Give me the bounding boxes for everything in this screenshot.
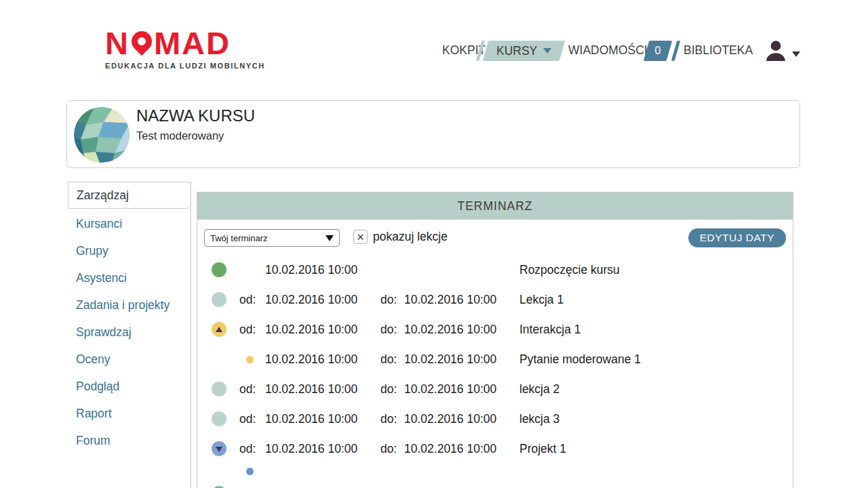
cell-date-from: 10.02.2016 10:00 bbox=[265, 382, 380, 396]
sidebar-item-sprawdzaj[interactable]: Sprawdzaj bbox=[68, 319, 190, 346]
lesson-icon bbox=[212, 411, 226, 426]
badge-slash-decoration bbox=[671, 41, 681, 61]
cell-label: Interakcja 1 bbox=[519, 323, 793, 337]
cell-date-from: 10.02.2016 10:00 bbox=[265, 293, 380, 307]
sidebar-divider bbox=[191, 182, 191, 488]
map-pin-icon bbox=[127, 26, 156, 55]
sidebar-item-podgląd[interactable]: Podgląd bbox=[68, 373, 190, 400]
show-lessons-checkbox[interactable]: × bbox=[353, 230, 368, 244]
cell-date-to: 10.02.2016 10:00 bbox=[404, 352, 519, 367]
logo-letters-mad: MAD bbox=[154, 27, 231, 59]
cell-label: lekcja 2 bbox=[519, 382, 793, 396]
cell-date-to: 10.02.2016 10:00 bbox=[404, 442, 519, 456]
cell-label: lekcja 3 bbox=[519, 412, 793, 426]
logo-tagline: EDUKACJA DLA LUDZI MOBILNYCH bbox=[105, 62, 265, 70]
course-title: NAZWA KURSU bbox=[136, 106, 255, 125]
cell-label: Lekcja 1 bbox=[519, 293, 793, 307]
sidebar-item-grupy[interactable]: Grupy bbox=[68, 237, 190, 264]
app-window: N MAD EDUKACJA DLA LUDZI MOBILNYCH KOKPI… bbox=[0, 0, 868, 488]
schedule-row: od:10.02.2016 10:00do:10.02.2016 10:00le… bbox=[197, 374, 793, 404]
sidebar-item-kursanci[interactable]: Kursanci bbox=[68, 210, 190, 237]
cell-od: od: bbox=[239, 323, 265, 337]
triangle-up-icon bbox=[216, 327, 222, 332]
schedule-row: od:10.02.2016 10:00do:10.02.2016 10:00Gr… bbox=[197, 479, 793, 488]
messages-count-badge[interactable]: 0 bbox=[644, 41, 673, 61]
cell-date-from: 10.02.2016 10:00 bbox=[265, 412, 380, 426]
cell-date-to: 10.02.2016 10:00 bbox=[404, 412, 519, 426]
messages-count: 0 bbox=[655, 45, 661, 57]
lesson-icon bbox=[212, 382, 226, 396]
cell-do: do: bbox=[380, 293, 404, 307]
cell-label: Pytanie moderowane 1 bbox=[519, 352, 793, 367]
schedule-row: od:10.02.2016 10:00do:10.02.2016 10:00Pr… bbox=[197, 434, 793, 464]
nav-kursy-label: KURSY bbox=[496, 44, 537, 58]
cell-od: od: bbox=[239, 442, 265, 456]
panel-title: TERMINARZ bbox=[197, 192, 793, 220]
user-account-icon[interactable] bbox=[762, 37, 789, 65]
interaction-icon[interactable] bbox=[212, 322, 226, 337]
project-icon[interactable] bbox=[212, 441, 226, 456]
cell-od: od: bbox=[239, 412, 265, 426]
cell-date-from: 10.02.2016 10:00 bbox=[265, 352, 380, 367]
terminarz-panel: TERMINARZ Twój terminarz × pokazuj lekcj… bbox=[197, 192, 793, 488]
show-lessons-label: pokazuj lekcje bbox=[373, 230, 448, 244]
schedule-row: 10.02.2016 10:00Rozpoczęcie kursu bbox=[197, 255, 793, 285]
cell-do: do: bbox=[380, 382, 404, 396]
course-start-icon bbox=[212, 262, 226, 277]
sidebar-menu: KursanciGrupyAsystenciZadania i projekty… bbox=[68, 210, 190, 454]
cell-od: od: bbox=[239, 293, 265, 307]
schedule-row: od:10.02.2016 10:00do:10.02.2016 10:00In… bbox=[197, 314, 793, 344]
terminarz-select[interactable]: Twój terminarz bbox=[204, 229, 340, 247]
cell-label: Projekt 1 bbox=[519, 442, 793, 456]
cell-do: do: bbox=[380, 323, 404, 337]
select-chevron-icon bbox=[326, 235, 334, 241]
schedule-row: od:10.02.2016 10:00do:10.02.2016 10:00le… bbox=[197, 404, 793, 434]
cell-date-to: 10.02.2016 10:00 bbox=[404, 293, 519, 307]
cell-do: do: bbox=[380, 352, 404, 367]
logo-letter-n: N bbox=[105, 27, 130, 59]
user-menu-chevron-icon[interactable] bbox=[792, 52, 800, 57]
nomad-logo[interactable]: N MAD EDUKACJA DLA LUDZI MOBILNYCH bbox=[105, 27, 265, 70]
triangle-down-icon bbox=[216, 447, 222, 452]
terminarz-select-value: Twój terminarz bbox=[210, 233, 268, 243]
course-header-card: NAZWA KURSU Test moderowany bbox=[66, 100, 800, 168]
cell-date-to: 10.02.2016 10:00 bbox=[404, 323, 519, 337]
cell-label: Rozpoczęcie kursu bbox=[519, 263, 793, 277]
sidebar-item-forum[interactable]: Forum bbox=[68, 427, 190, 454]
sidebar-item-zarzadzaj[interactable]: Zarządzaj bbox=[68, 182, 191, 209]
sidebar-item-zadania-i-projekty[interactable]: Zadania i projekty bbox=[68, 291, 190, 319]
sidebar-item-raport[interactable]: Raport bbox=[68, 400, 190, 427]
edit-dates-button[interactable]: EDYTUJ DATY bbox=[688, 228, 786, 247]
cell-date-to: 10.02.2016 10:00 bbox=[404, 382, 519, 396]
nav-item-wiadomosci[interactable]: WIADOMOŚCI bbox=[568, 43, 648, 58]
cell-od: od: bbox=[239, 382, 265, 396]
question-dot-icon bbox=[246, 356, 254, 363]
cell-date-from: 10.02.2016 10:00 bbox=[265, 442, 380, 456]
schedule-row bbox=[197, 464, 793, 479]
x-mark-icon: × bbox=[357, 230, 364, 243]
course-subtitle: Test moderowany bbox=[136, 129, 224, 142]
logo-wordmark: N MAD bbox=[105, 27, 265, 59]
cell-do: do: bbox=[380, 442, 404, 456]
nav-item-kursy[interactable]: KURSY bbox=[483, 41, 566, 61]
cell-date-from: 10.02.2016 10:00 bbox=[265, 323, 380, 337]
course-avatar bbox=[74, 107, 130, 163]
chevron-down-icon bbox=[543, 48, 551, 54]
nav-item-biblioteka[interactable]: BIBLIOTEKA bbox=[684, 43, 753, 58]
sidebar-item-oceny[interactable]: Oceny bbox=[68, 346, 190, 373]
sidebar-item-asystenci[interactable]: Asystenci bbox=[68, 264, 190, 291]
cell-do: do: bbox=[380, 412, 404, 426]
cell-date-from: 10.02.2016 10:00 bbox=[265, 263, 380, 277]
schedule-row: 10.02.2016 10:00do:10.02.2016 10:00Pytan… bbox=[197, 344, 793, 374]
schedule-row: od:10.02.2016 10:00do:10.02.2016 10:00Le… bbox=[197, 285, 793, 314]
schedule-list: 10.02.2016 10:00Rozpoczęcie kursuod:10.0… bbox=[197, 255, 793, 488]
subtask-dot-icon bbox=[246, 468, 254, 475]
lesson-icon bbox=[212, 292, 226, 307]
